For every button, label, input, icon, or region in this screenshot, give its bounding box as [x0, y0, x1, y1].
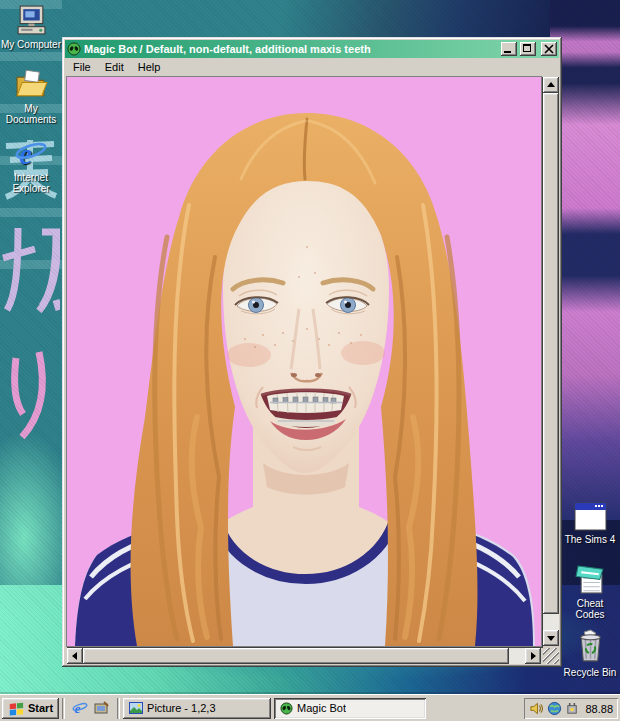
- horizontal-scroll-thumb[interactable]: [83, 648, 509, 664]
- vertical-scrollbar[interactable]: [543, 77, 559, 646]
- portrait-image: [67, 77, 541, 646]
- maximize-icon: [523, 44, 531, 52]
- network-icon[interactable]: [547, 701, 562, 716]
- power-icon[interactable]: [565, 701, 580, 716]
- menu-file[interactable]: File: [66, 60, 98, 74]
- alien-icon: [280, 702, 293, 715]
- close-icon: [543, 43, 555, 55]
- my-computer-icon: [15, 4, 48, 37]
- task-button-picture[interactable]: Picture - 1,2,3: [123, 698, 271, 719]
- system-tray: 88.88: [524, 698, 618, 719]
- maximize-button[interactable]: [520, 42, 536, 56]
- my-documents-icon: [15, 68, 48, 101]
- arrow-up-icon: [547, 82, 555, 87]
- taskbar-divider: [117, 698, 120, 719]
- show-desktop-icon[interactable]: [94, 700, 110, 716]
- start-button[interactable]: Start: [2, 698, 59, 719]
- picture-icon: [129, 702, 143, 714]
- desktop-icon-label: The Sims 4: [565, 534, 616, 545]
- start-label: Start: [28, 702, 53, 714]
- window-title: Magic Bot / Default, non-default, additi…: [84, 43, 498, 55]
- desktop: My Computer My Documents e Internet Expl…: [0, 0, 620, 721]
- desktop-icon-label: Cheat Codes: [561, 598, 619, 620]
- windows-logo-icon: [8, 701, 24, 716]
- notepad-icon: [574, 563, 607, 596]
- close-button[interactable]: [541, 42, 557, 56]
- desktop-icon-internet-explorer[interactable]: e Internet Explorer: [1, 136, 61, 194]
- scroll-up-button[interactable]: [543, 77, 559, 93]
- vertical-scroll-thumb[interactable]: [543, 93, 559, 614]
- horizontal-scrollbar[interactable]: [67, 648, 541, 664]
- arrow-right-icon: [531, 652, 536, 660]
- menu-help[interactable]: Help: [131, 60, 168, 74]
- desktop-icon-my-documents[interactable]: My Documents: [1, 68, 61, 125]
- desktop-icon-recycle-bin[interactable]: Recycle Bin: [561, 629, 619, 678]
- minimize-icon: [504, 51, 511, 53]
- svg-text:e: e: [75, 701, 81, 716]
- magic-bot-window: Magic Bot / Default, non-default, additi…: [62, 37, 562, 667]
- desktop-icon-label: Recycle Bin: [564, 667, 617, 678]
- desktop-icon-label: My Documents: [1, 103, 61, 125]
- menu-edit[interactable]: Edit: [98, 60, 131, 74]
- desktop-icon-the-sims-4[interactable]: The Sims 4: [561, 502, 619, 545]
- task-button-magic-bot[interactable]: Magic Bot: [274, 698, 426, 719]
- volume-icon[interactable]: [529, 701, 544, 716]
- taskbar-divider: [62, 698, 65, 719]
- alien-icon: [67, 42, 81, 56]
- resize-grip[interactable]: [543, 648, 559, 664]
- scroll-right-button[interactable]: [525, 648, 541, 664]
- quick-launch: e: [68, 700, 114, 716]
- minimize-button[interactable]: [501, 42, 517, 56]
- taskbar-clock[interactable]: 88.88: [585, 703, 613, 715]
- svg-text:e: e: [19, 138, 32, 170]
- arrow-left-icon: [72, 652, 77, 660]
- image-viewport: [67, 77, 541, 646]
- arrow-down-icon: [547, 636, 555, 641]
- window-titlebar[interactable]: Magic Bot / Default, non-default, additi…: [65, 40, 559, 58]
- recycle-bin-icon: [574, 629, 607, 665]
- window-content: [65, 75, 559, 664]
- desktop-icon-label: My Computer: [1, 39, 61, 50]
- scroll-left-button[interactable]: [67, 648, 83, 664]
- desktop-icon-label: Internet Explorer: [1, 172, 61, 194]
- internet-explorer-icon: e: [14, 136, 48, 170]
- desktop-icon-my-computer[interactable]: My Computer: [1, 4, 61, 50]
- internet-explorer-icon[interactable]: e: [72, 700, 88, 716]
- task-label: Magic Bot: [297, 702, 346, 714]
- application-window-icon: [574, 502, 607, 532]
- task-label: Picture - 1,2,3: [147, 702, 215, 714]
- menu-bar: File Edit Help: [65, 58, 559, 75]
- taskbar: Start e Picture - 1,2,3: [0, 694, 620, 721]
- scroll-down-button[interactable]: [543, 630, 559, 646]
- desktop-icon-cheat-codes[interactable]: Cheat Codes: [561, 563, 619, 620]
